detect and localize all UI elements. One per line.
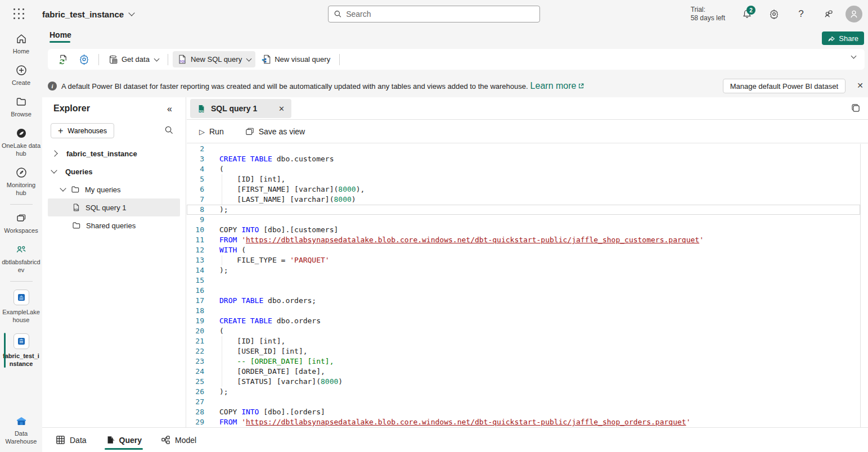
workspace-title-dropdown[interactable]: fabric_test_instance xyxy=(42,10,134,19)
search-input[interactable] xyxy=(346,10,534,19)
workspace-title: fabric_test_instance xyxy=(42,10,124,19)
code-line-20[interactable]: 20( xyxy=(187,326,860,336)
code-line-11[interactable]: 11FROM 'https://dbtlabsynapsedatalake.bl… xyxy=(187,235,860,245)
code-text: ( xyxy=(219,164,224,174)
tree-item-sql-query-1[interactable]: SQL SQL query 1 xyxy=(48,198,180,216)
code-text: FILE_TYPE = 'PARQUET' xyxy=(219,255,330,265)
rail-divider xyxy=(10,281,33,282)
get-data-button[interactable]: Get data xyxy=(104,52,163,67)
chevron-down-icon xyxy=(60,185,66,191)
tree-item-shared-queries[interactable]: Shared queries xyxy=(42,216,186,234)
explorer-search-icon[interactable] xyxy=(165,126,173,134)
rail-divider xyxy=(10,204,33,205)
line-number: 12 xyxy=(187,245,204,255)
view-tab-query[interactable]: Query xyxy=(106,428,142,452)
app-launcher-icon[interactable] xyxy=(12,7,26,21)
code-text: [LAST_NAME] [varchar](8000) xyxy=(219,195,356,205)
code-text: ); xyxy=(219,265,228,275)
line-number: 26 xyxy=(187,387,204,397)
code-line-14[interactable]: 14); xyxy=(187,265,860,275)
code-line-3[interactable]: 3CREATE TABLE dbo.customers xyxy=(187,154,860,164)
code-text: COPY INTO [dbo].[customers] xyxy=(219,225,338,235)
manage-default-dataset-button[interactable]: Manage default Power BI dataset xyxy=(723,79,845,93)
code-text: [ID] [int], xyxy=(219,174,285,184)
view-tab-data[interactable]: Data xyxy=(56,428,87,452)
code-line-7[interactable]: 7 [LAST_NAME] [varchar](8000) xyxy=(187,195,860,205)
gear-icon xyxy=(769,9,779,19)
notifications-button[interactable]: 2 xyxy=(737,4,757,24)
feedback-button[interactable] xyxy=(818,4,838,24)
svg-text:SQL: SQL xyxy=(179,60,185,63)
add-warehouses-button[interactable]: + Warehouses xyxy=(51,123,114,138)
code-line-28[interactable]: 28COPY INTO [dbo].[orders] xyxy=(187,407,860,417)
nav-workspace-dbtlabsfabricdev[interactable]: dbtlabsfabricdev xyxy=(0,239,42,278)
line-number: 19 xyxy=(187,316,204,326)
code-line-9[interactable]: 9 xyxy=(187,215,860,225)
settings-toolbar-button[interactable] xyxy=(74,51,94,67)
code-line-18[interactable]: 18 xyxy=(187,306,860,316)
code-line-26[interactable]: 26); xyxy=(187,387,860,397)
close-tab-icon[interactable]: ✕ xyxy=(278,105,285,113)
code-line-24[interactable]: 24 [ORDER_DATE] [date], xyxy=(187,367,860,377)
learn-more-link[interactable]: Learn more xyxy=(530,81,577,91)
code-line-17[interactable]: 17DROP TABLE dbo.orders; xyxy=(187,296,860,306)
sql-code-editor[interactable]: 23CREATE TABLE dbo.customers4(5 [ID] [in… xyxy=(187,144,861,427)
share-button[interactable]: Share xyxy=(822,31,864,45)
settings-button[interactable] xyxy=(764,4,784,24)
code-line-8[interactable]: 8); xyxy=(187,205,860,215)
avatar[interactable] xyxy=(845,6,862,22)
nav-create[interactable]: Create xyxy=(0,60,42,91)
code-line-19[interactable]: 19CREATE TABLE dbo.orders xyxy=(187,316,860,326)
code-line-2[interactable]: 2 xyxy=(187,144,860,154)
code-line-12[interactable]: 12WITH ( xyxy=(187,245,860,255)
model-diagram-icon xyxy=(161,435,170,445)
nav-data-warehouse[interactable]: Data Warehouse xyxy=(0,410,42,450)
nav-browse[interactable]: Browse xyxy=(0,91,42,123)
code-line-16[interactable]: 16 xyxy=(187,286,860,296)
tree-item-warehouse-root[interactable]: fabric_test_instance xyxy=(42,144,186,162)
code-line-27[interactable]: 27 xyxy=(187,397,860,407)
code-line-25[interactable]: 25 [STATUS] [varchar](8000) xyxy=(187,377,860,387)
nav-home[interactable]: Home xyxy=(0,28,42,60)
nav-item-fabric-test-instance[interactable]: fabric_test_instance xyxy=(0,328,42,372)
external-link-icon xyxy=(578,83,584,89)
view-tab-model[interactable]: Model xyxy=(161,428,196,452)
code-line-23[interactable]: 23 -- [ORDER_DATE] [int], xyxy=(187,356,860,367)
refresh-button[interactable] xyxy=(53,51,73,67)
save-as-view-button[interactable]: Save as view xyxy=(241,124,309,139)
code-line-13[interactable]: 13 FILE_TYPE = 'PARQUET' xyxy=(187,255,860,265)
collapse-explorer-icon[interactable]: « xyxy=(167,104,172,114)
chevron-down-icon xyxy=(128,10,134,16)
code-line-6[interactable]: 6 [FIRST_NAME] [varchar](8000), xyxy=(187,184,860,195)
explorer-tree: fabric_test_instance Queries My queries … xyxy=(42,144,186,234)
folder-icon xyxy=(16,96,27,107)
tree-item-my-queries[interactable]: My queries xyxy=(42,180,186,198)
code-line-4[interactable]: 4( xyxy=(187,164,860,174)
new-sql-query-button[interactable]: SQL New SQL query xyxy=(173,51,255,67)
gear-blue-icon xyxy=(79,54,89,65)
new-visual-query-button[interactable]: New visual query xyxy=(257,51,335,67)
nav-onelake-data-hub[interactable]: OneLake data hub xyxy=(0,123,42,162)
code-text: -- [ORDER_DATE] [int], xyxy=(219,356,334,367)
svg-text:SQL: SQL xyxy=(74,208,79,211)
help-button[interactable]: ? xyxy=(791,4,811,24)
home-icon xyxy=(16,33,27,44)
tab-sql-query-1[interactable]: SQL SQL query 1 ✕ xyxy=(190,99,291,118)
copy-icon[interactable] xyxy=(851,103,861,113)
collapse-ribbon-chevron[interactable] xyxy=(851,53,857,59)
code-line-21[interactable]: 21 [ID] [int], xyxy=(187,336,860,346)
global-search[interactable] xyxy=(328,6,540,22)
tree-item-queries[interactable]: Queries xyxy=(42,162,186,180)
tab-home[interactable]: Home xyxy=(50,30,71,43)
run-button[interactable]: ▷ Run xyxy=(195,124,228,139)
code-line-15[interactable]: 15 xyxy=(187,275,860,286)
close-banner-icon[interactable]: ✕ xyxy=(857,82,863,89)
nav-item-examplelakehouse[interactable]: ExampleLakehouse xyxy=(0,284,42,328)
chevron-down-icon xyxy=(51,167,57,173)
code-line-10[interactable]: 10COPY INTO [dbo].[customers] xyxy=(187,225,860,235)
code-line-22[interactable]: 22 [USER_ID] [int], xyxy=(187,346,860,356)
nav-workspaces[interactable]: Workspaces xyxy=(0,207,42,239)
code-line-29[interactable]: 29FROM 'https://dbtlabsynapsedatalake.bl… xyxy=(187,417,860,427)
nav-monitoring-hub[interactable]: Monitoring hub xyxy=(0,162,42,201)
code-line-5[interactable]: 5 [ID] [int], xyxy=(187,174,860,184)
